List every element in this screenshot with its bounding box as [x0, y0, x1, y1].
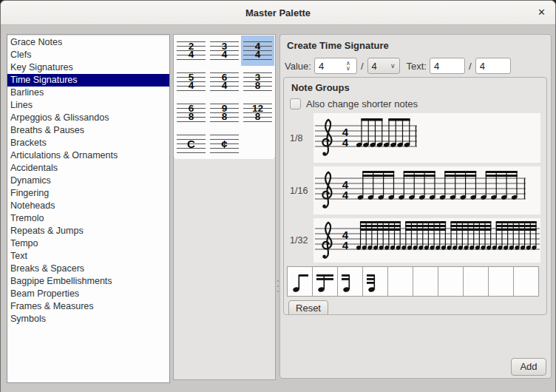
timesig-cell-4-4-selected[interactable]: 44 — [241, 36, 274, 66]
timesig-cell-5-4[interactable]: 54 — [174, 67, 208, 97]
beam-sub-32nd-icon[interactable] — [362, 266, 388, 297]
time-signature-grid: 24 34 44 54 64 38 68 98 128 C ¢ — [174, 35, 275, 158]
value-input[interactable] — [315, 58, 342, 73]
master-palette-window: Master Palette ✕ Grace Notes Clefs Key S… — [0, 0, 556, 392]
note-group-row-16th: 1/16 44 — [284, 166, 546, 214]
timesig-cell-12-8[interactable]: 128 — [241, 98, 274, 128]
sidebar-item-lines[interactable]: Lines — [7, 99, 169, 112]
sidebar-item-breaths[interactable]: Breaths & Pauses — [7, 124, 169, 137]
sidebar-item-dynamics[interactable]: Dynamics — [7, 175, 169, 187]
row-label-1-32: 1/32 — [284, 235, 313, 246]
staff-editor-16th[interactable]: 44 — [313, 166, 540, 214]
sidebar-item-fingering[interactable]: Fingering — [7, 187, 169, 200]
sidebar-item-bagpipe[interactable]: Bagpipe Embellishments — [7, 275, 169, 288]
value-label: Value: — [285, 61, 311, 72]
staff-editor-8th[interactable]: 44 — [313, 113, 540, 163]
sidebar-item-barlines[interactable]: Barlines — [7, 87, 169, 99]
text-denominator-field[interactable] — [475, 58, 511, 74]
window-title: Master Palette — [245, 7, 311, 18]
sidebar-item-clefs[interactable]: Clefs — [7, 49, 169, 61]
sidebar-item-text[interactable]: Text — [7, 250, 169, 263]
also-change-shorter-notes-checkbox[interactable] — [290, 98, 301, 109]
create-time-signature-panel: Create Time Signature Value: ∧∨ / 4 ∨ Te… — [279, 34, 552, 379]
palette-category-list[interactable]: Grace Notes Clefs Key Signatures Time Si… — [7, 34, 170, 383]
sidebar-item-tempo[interactable]: Tempo — [7, 237, 169, 250]
value-row: Value: ∧∨ / 4 ∨ Text: / — [285, 58, 551, 74]
svg-text:4: 4 — [342, 136, 349, 149]
spinner-arrows-icon[interactable]: ∧∨ — [342, 58, 355, 73]
timesig-cell-6-8[interactable]: 68 — [174, 98, 208, 128]
beam-middle-icon[interactable] — [312, 266, 338, 297]
sidebar-item-grace-notes[interactable]: Grace Notes — [7, 36, 169, 49]
panel-splitter-handle[interactable] — [277, 280, 279, 292]
shorter-notes-row: Also change shorter notes — [290, 98, 546, 109]
beam-empty-cell[interactable] — [488, 266, 514, 297]
timesig-cell-cut[interactable]: ¢ — [208, 129, 241, 159]
sidebar-item-tremolo[interactable]: Tremolo — [7, 212, 169, 225]
timesig-cell-empty — [241, 129, 274, 159]
note-groups-box: Note Groups Also change shorter notes 1/… — [283, 77, 547, 315]
beam-mode-toolbar — [287, 266, 546, 297]
row-label-1-8: 1/8 — [284, 133, 313, 143]
timesig-cell-3-8[interactable]: 38 — [241, 67, 274, 97]
sidebar-item-arpeggios[interactable]: Arpeggios & Glissandos — [7, 112, 169, 124]
timesig-cell-9-8[interactable]: 98 — [208, 98, 241, 128]
beam-empty-cell[interactable] — [438, 266, 464, 297]
value-slash: / — [361, 61, 364, 72]
beam-empty-cell[interactable] — [513, 266, 539, 297]
sidebar-item-time-signatures[interactable]: Time Signatures — [7, 74, 169, 87]
title-bar[interactable]: Master Palette ✕ — [1, 1, 555, 25]
beam-empty-cell[interactable] — [413, 266, 438, 297]
add-button[interactable]: Add — [511, 358, 546, 376]
sidebar-item-repeats[interactable]: Repeats & Jumps — [7, 225, 169, 237]
sidebar-item-accidentals[interactable]: Accidentals — [7, 162, 169, 175]
text-numerator-field[interactable] — [430, 58, 465, 74]
close-icon[interactable]: ✕ — [538, 7, 546, 18]
timesig-cell-common[interactable]: C — [174, 129, 208, 159]
sidebar-item-brackets[interactable]: Brackets — [7, 137, 169, 149]
sidebar-item-articulations[interactable]: Articulations & Ornaments — [7, 149, 169, 162]
checkbox-label: Also change shorter notes — [306, 98, 418, 109]
beam-start-icon[interactable] — [287, 266, 313, 297]
sidebar-item-beam-properties[interactable]: Beam Properties — [7, 288, 169, 300]
denominator-dropdown[interactable]: 4 ∨ — [367, 58, 400, 74]
svg-text:4: 4 — [342, 189, 349, 201]
note-groups-title: Note Groups — [291, 82, 546, 93]
text-label: Text: — [407, 61, 427, 72]
timesig-cell-3-4[interactable]: 34 — [208, 36, 241, 66]
chevron-down-icon: ∨ — [390, 62, 396, 70]
beam-empty-cell[interactable] — [387, 266, 413, 297]
sidebar-item-noteheads[interactable]: Noteheads — [7, 200, 169, 212]
timesig-cell-2-4[interactable]: 24 — [174, 36, 208, 66]
note-group-row-8th: 1/8 44 — [284, 113, 546, 163]
timesig-cell-6-4[interactable]: 64 — [208, 67, 241, 97]
row-label-1-16: 1/16 — [284, 186, 313, 196]
reset-button[interactable]: Reset — [288, 300, 328, 315]
text-slash: / — [469, 61, 472, 72]
sidebar-item-frames[interactable]: Frames & Measures — [7, 300, 169, 313]
sidebar-item-key-signatures[interactable]: Key Signatures — [7, 61, 169, 74]
svg-text:4: 4 — [342, 239, 349, 251]
sidebar-item-symbols[interactable]: Symbols — [7, 313, 169, 325]
time-signature-palette-panel: 24 34 44 54 64 38 68 98 128 C ¢ — [173, 34, 276, 380]
note-group-row-32nd: 1/32 44 — [284, 218, 546, 263]
create-time-signature-title: Create Time Signature — [287, 40, 551, 51]
sidebar-item-breaks[interactable]: Breaks & Spacers — [7, 263, 169, 275]
staff-editor-32nd[interactable]: 44 — [313, 218, 540, 263]
value-spinner[interactable]: ∧∨ — [314, 58, 357, 74]
beam-sub-16th-icon[interactable] — [337, 266, 363, 297]
beam-empty-cell[interactable] — [463, 266, 489, 297]
